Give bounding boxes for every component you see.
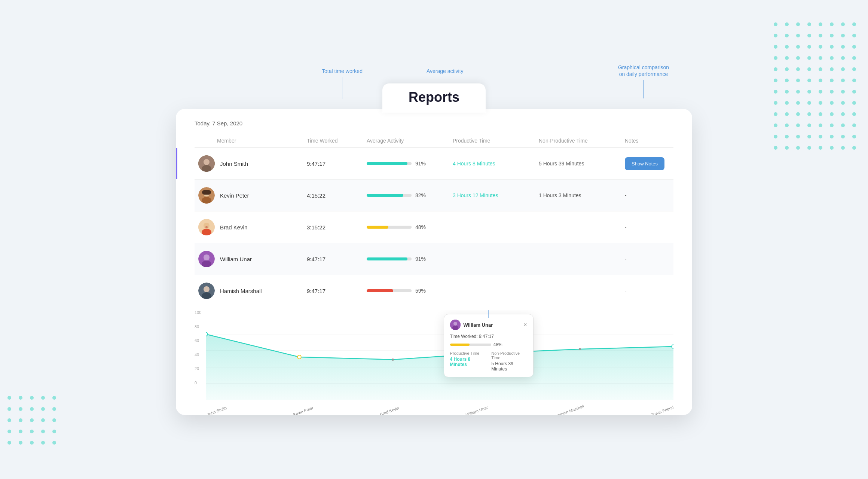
time-worked: 9:47:17 (307, 256, 367, 262)
annotation-avg-activity: Average activity (427, 68, 464, 74)
member-cell: Hamish Marshall (195, 283, 307, 299)
date-header: Today, 7 Sep, 2020 (195, 120, 673, 126)
avatar (198, 283, 215, 299)
time-worked: 9:47:17 (307, 161, 367, 167)
svg-point-29 (453, 322, 457, 326)
avatar (198, 251, 215, 267)
activity-pct: 91% (415, 256, 426, 262)
y-label: 40 (195, 353, 201, 357)
col-header-member: Member (195, 138, 307, 144)
progress-bar-bg (367, 226, 412, 229)
svg-point-30 (452, 326, 458, 330)
main-card: Today, 7 Sep, 2020 Member Time Worked Av… (176, 109, 692, 415)
time-worked: 4:15:22 (307, 192, 367, 199)
annotation-line-graphical (644, 80, 644, 98)
avatar (198, 187, 215, 204)
table-row: William Unar 9:47:17 91% - (195, 243, 673, 275)
annotation-line-time (342, 77, 342, 99)
table-row: Kevin Peter 4:15:22 82% 3 Hours 12 Minut… (195, 180, 673, 211)
x-label: William Unar (465, 405, 489, 415)
progress-bar-bg (367, 162, 412, 165)
progress-bar-fill (367, 289, 393, 292)
progress-bar-fill (367, 162, 407, 165)
tooltip-stat-productive: Productive Time 4 Hours 8 Minutes (450, 351, 486, 372)
progress-bar-fill (367, 226, 388, 229)
progress-bar-bg (367, 289, 412, 292)
svg-point-22 (206, 332, 208, 336)
svg-point-1 (204, 159, 210, 165)
notes-cell: - (625, 288, 692, 294)
member-name: Hamish Marshall (220, 288, 262, 294)
member-cell: John Smith (195, 155, 307, 172)
x-label: John Smith (207, 406, 227, 415)
productive-time: 4 Hours 8 Minutes (453, 161, 539, 167)
svg-point-10 (205, 226, 208, 228)
activity-pct: 82% (415, 192, 426, 198)
svg-point-26 (579, 348, 581, 350)
x-label: Brad Kevin (379, 406, 400, 415)
member-name: William Unar (220, 256, 252, 262)
y-axis: 0 20 40 60 80 100 (195, 310, 201, 385)
notes-cell: - (625, 256, 692, 262)
avatar (198, 219, 215, 235)
y-label: 100 (195, 310, 201, 315)
tooltip-stat-label: Productive Time (450, 351, 486, 356)
tooltip-progress-bg (450, 344, 491, 346)
member-cell: Kevin Peter (195, 187, 307, 204)
tooltip-time-label: Time Worked: 9:47:17 (450, 334, 527, 339)
member-cell: William Unar (195, 251, 307, 267)
notes-cell: Show Notes (625, 157, 692, 170)
col-header-activity: Average Activity (367, 138, 453, 144)
table-header: Member Time Worked Average Activity Prod… (195, 134, 673, 148)
table-row: John Smith 9:47:17 91% 4 Hours 8 Minutes… (195, 148, 673, 180)
svg-point-12 (204, 254, 210, 260)
notes-cell: - (625, 224, 692, 230)
non-productive-time: 5 Hours 39 Minutes (539, 161, 625, 167)
reports-table: Member Time Worked Average Activity Prod… (195, 134, 673, 306)
activity-cell: 91% (367, 161, 453, 167)
time-worked: 3:15:22 (307, 224, 367, 231)
table-row: Hamish Marshall 9:47:17 59% - (195, 275, 673, 306)
activity-pct: 91% (415, 161, 426, 167)
x-label: Travis Friend (650, 405, 673, 415)
progress-bar-bg (367, 257, 412, 260)
tooltip-name: William Unar (464, 322, 493, 328)
chart-area: 0 20 40 60 80 100 (195, 310, 673, 415)
activity-cell: 59% (367, 288, 453, 294)
progress-bar-fill (367, 257, 407, 260)
member-name: John Smith (220, 161, 248, 167)
tooltip-pct: 48% (493, 342, 502, 347)
svg-point-15 (204, 286, 210, 292)
tooltip-line (488, 310, 489, 318)
tooltip-close-btn[interactable]: × (523, 321, 527, 328)
member-name: Kevin Peter (220, 192, 249, 199)
time-worked: 9:47:17 (307, 288, 367, 294)
tooltip-stat-label: Non-Productive Time (491, 351, 527, 360)
svg-point-23 (297, 355, 301, 359)
col-header-notes: Notes (625, 138, 692, 144)
tooltip-header: William Unar × (450, 320, 527, 330)
reports-tab: Reports (382, 83, 486, 113)
activity-pct: 59% (415, 288, 426, 294)
x-label: Hamish Marshall (554, 404, 584, 415)
svg-rect-6 (202, 190, 211, 195)
svg-point-27 (672, 345, 673, 348)
activity-cell: 48% (367, 224, 453, 230)
y-label: 80 (195, 324, 201, 329)
member-cell: Brad Kevin (195, 219, 307, 235)
tooltip-progress-fill (450, 344, 470, 346)
activity-pct: 48% (415, 224, 426, 230)
line-chart (206, 318, 673, 400)
col-header-nonproductive: Non-Productive Time (539, 138, 625, 144)
chart-tooltip: William Unar × Time Worked: 9:47:17 48% … (444, 314, 534, 377)
annotation-graphical: Graphical comparison on daily performanc… (618, 64, 669, 77)
activity-cell: 91% (367, 256, 453, 262)
show-notes-button[interactable]: Show Notes (625, 157, 664, 170)
col-header-time: Time Worked (307, 138, 367, 144)
page-title: Reports (409, 89, 459, 105)
table-row: Brad Kevin 3:15:22 48% - (195, 211, 673, 243)
tooltip-stat-value-gray: 5 Hours 39 Minutes (491, 361, 527, 372)
non-productive-time: 1 Hours 3 Minutes (539, 192, 625, 198)
progress-bar-bg (367, 194, 412, 197)
progress-bar-fill (367, 194, 403, 197)
